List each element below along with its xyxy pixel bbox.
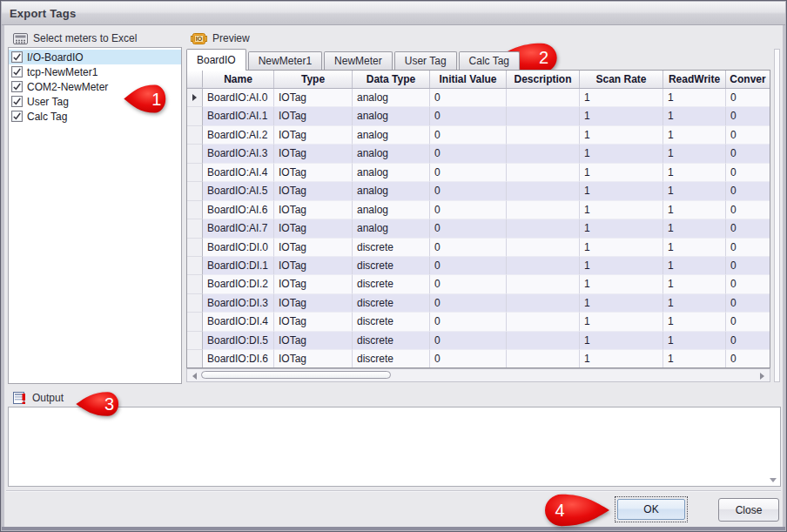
grid-cell[interactable]: 0 bbox=[430, 294, 507, 313]
grid-cell[interactable]: 0 bbox=[726, 257, 770, 275]
grid-cell[interactable]: discrete bbox=[353, 350, 430, 368]
grid-cell[interactable]: 1 bbox=[580, 219, 663, 238]
grid-cell[interactable]: discrete bbox=[353, 239, 430, 257]
tab-user-tag[interactable]: User Tag bbox=[394, 51, 457, 70]
grid-cell[interactable]: BoardIO:AI.3 bbox=[203, 145, 274, 163]
grid-cell[interactable]: 1 bbox=[580, 201, 663, 219]
grid-cell[interactable]: 1 bbox=[663, 275, 726, 293]
grid-cell[interactable]: 0 bbox=[430, 201, 507, 219]
meter-list[interactable]: I/O-BoardIOtcp-NewMeter1COM2-NewMeterUse… bbox=[8, 47, 182, 384]
grid-cell[interactable] bbox=[507, 164, 580, 182]
grid-cell[interactable] bbox=[507, 313, 580, 331]
grid-cell[interactable]: IOTag bbox=[274, 164, 353, 182]
grid-cell[interactable]: 1 bbox=[580, 107, 663, 125]
table-row[interactable]: BoardIO:DI.4IOTagdiscrete0110 bbox=[187, 313, 770, 331]
output-scroll-down-icon[interactable] bbox=[770, 478, 777, 482]
grid-cell[interactable]: BoardIO:AI.6 bbox=[203, 201, 274, 219]
grid-cell[interactable] bbox=[507, 275, 580, 293]
grid-cell[interactable]: IOTag bbox=[274, 257, 353, 275]
column-header[interactable]: Name bbox=[203, 71, 274, 88]
grid-cell[interactable]: analog bbox=[353, 201, 430, 219]
grid-cell[interactable]: 1 bbox=[580, 257, 663, 275]
grid-cell[interactable] bbox=[507, 89, 580, 107]
table-row[interactable]: BoardIO:DI.0IOTagdiscrete0110 bbox=[187, 239, 770, 257]
grid-cell[interactable]: 1 bbox=[663, 332, 726, 350]
grid-cell[interactable]: 1 bbox=[663, 89, 726, 107]
grid-cell[interactable] bbox=[507, 257, 580, 275]
grid-cell[interactable]: 1 bbox=[580, 239, 663, 257]
table-row[interactable]: BoardIO:AI.1IOTaganalog0110 bbox=[187, 107, 770, 125]
ok-button[interactable]: OK bbox=[617, 499, 685, 520]
grid-cell[interactable]: 0 bbox=[430, 313, 507, 331]
grid-cell[interactable]: 1 bbox=[663, 145, 726, 163]
grid-cell[interactable]: 1 bbox=[663, 107, 726, 125]
column-header[interactable]: ReadWrite bbox=[663, 71, 726, 88]
grid-cell[interactable]: 1 bbox=[663, 164, 726, 182]
grid-cell[interactable]: IOTag bbox=[274, 313, 353, 331]
grid-cell[interactable]: 0 bbox=[726, 126, 770, 145]
grid-cell[interactable]: discrete bbox=[353, 294, 430, 313]
grid-cell[interactable]: IOTag bbox=[274, 275, 353, 293]
scroll-right-icon[interactable] bbox=[760, 373, 764, 380]
grid-cell[interactable]: 0 bbox=[726, 145, 770, 163]
grid-cell[interactable]: 0 bbox=[726, 275, 770, 293]
table-row[interactable]: BoardIO:DI.2IOTagdiscrete0110 bbox=[187, 275, 770, 293]
grid-cell[interactable]: BoardIO:DI.0 bbox=[203, 239, 274, 257]
grid-cell[interactable] bbox=[507, 219, 580, 238]
list-item[interactable]: tcp-NewMeter1 bbox=[9, 64, 181, 79]
grid-vertical-scrollbar[interactable] bbox=[774, 49, 780, 382]
grid-cell[interactable]: 0 bbox=[726, 239, 770, 257]
grid-cell[interactable]: 1 bbox=[580, 89, 663, 107]
grid-cell[interactable]: 0 bbox=[726, 313, 770, 331]
grid-cell[interactable]: 1 bbox=[580, 350, 663, 368]
grid-cell[interactable] bbox=[507, 182, 580, 200]
grid-cell[interactable]: BoardIO:DI.3 bbox=[203, 294, 274, 313]
grid-cell[interactable]: IOTag bbox=[274, 89, 353, 107]
grid-cell[interactable]: 1 bbox=[580, 126, 663, 145]
grid-cell[interactable]: 0 bbox=[726, 219, 770, 238]
grid-cell[interactable]: IOTag bbox=[274, 107, 353, 125]
grid-cell[interactable] bbox=[507, 107, 580, 125]
tab-calc-tag[interactable]: Calc Tag bbox=[459, 51, 520, 70]
checkbox-checked-icon[interactable] bbox=[11, 51, 23, 63]
table-row[interactable]: BoardIO:AI.5IOTaganalog0110 bbox=[187, 182, 770, 200]
grid-cell[interactable]: 1 bbox=[580, 294, 663, 313]
grid-cell[interactable]: 0 bbox=[430, 332, 507, 350]
grid-cell[interactable]: 0 bbox=[430, 126, 507, 145]
column-header[interactable]: Initial Value bbox=[430, 71, 507, 88]
grid-cell[interactable]: 1 bbox=[580, 182, 663, 200]
grid-cell[interactable]: 1 bbox=[663, 201, 726, 219]
checkbox-checked-icon[interactable] bbox=[11, 111, 23, 122]
grid-cell[interactable]: 1 bbox=[663, 239, 726, 257]
grid-cell[interactable]: IOTag bbox=[274, 239, 353, 257]
grid-cell[interactable]: 0 bbox=[430, 219, 507, 238]
grid-cell[interactable]: 0 bbox=[430, 107, 507, 125]
grid-cell[interactable]: 1 bbox=[663, 126, 726, 145]
grid-cell[interactable]: analog bbox=[353, 126, 430, 145]
grid-cell[interactable] bbox=[507, 294, 580, 313]
table-row[interactable]: BoardIO:AI.7IOTaganalog0110 bbox=[187, 219, 770, 238]
table-row[interactable]: BoardIO:DI.6IOTagdiscrete0110 bbox=[187, 350, 770, 368]
column-header[interactable]: Type bbox=[274, 71, 353, 88]
tab-newmeter[interactable]: NewMeter bbox=[324, 51, 393, 70]
grid-cell[interactable]: analog bbox=[353, 89, 430, 107]
grid-cell[interactable]: BoardIO:DI.5 bbox=[203, 332, 274, 350]
grid-cell[interactable]: 0 bbox=[726, 107, 770, 125]
tab-newmeter1[interactable]: NewMeter1 bbox=[248, 51, 322, 70]
grid-cell[interactable]: IOTag bbox=[274, 350, 353, 368]
grid-cell[interactable]: 1 bbox=[580, 275, 663, 293]
grid-cell[interactable]: BoardIO:AI.2 bbox=[203, 126, 274, 145]
output-textarea[interactable] bbox=[8, 407, 781, 487]
grid-cell[interactable]: 1 bbox=[663, 350, 726, 368]
grid-cell[interactable]: IOTag bbox=[274, 182, 353, 200]
grid-cell[interactable]: analog bbox=[353, 164, 430, 182]
scroll-left-icon[interactable] bbox=[192, 373, 197, 380]
grid-cell[interactable]: 0 bbox=[726, 89, 770, 107]
grid-cell[interactable] bbox=[507, 332, 580, 350]
grid-cell[interactable]: 1 bbox=[663, 313, 726, 331]
table-row[interactable]: BoardIO:DI.1IOTagdiscrete0110 bbox=[187, 257, 770, 275]
grid-cell[interactable]: 0 bbox=[726, 332, 770, 350]
list-item[interactable]: Calc Tag bbox=[9, 109, 181, 124]
grid-cell[interactable] bbox=[507, 145, 580, 163]
scrollbar-thumb[interactable] bbox=[201, 371, 391, 379]
